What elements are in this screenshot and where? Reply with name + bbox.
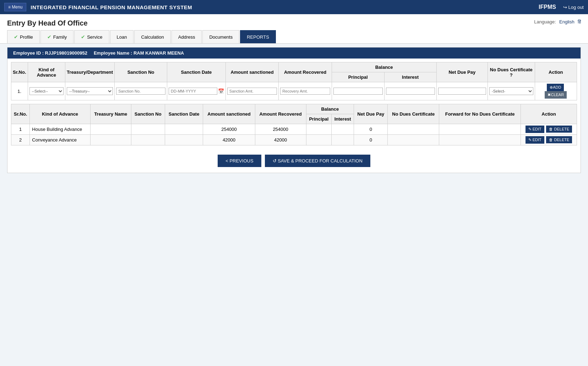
row-interest: [332, 124, 354, 135]
row-principal: [306, 124, 332, 135]
row-no-dues: [388, 135, 439, 145]
data-table: Sr.No. Kind of Advance Treasury Name San…: [11, 104, 577, 145]
col-sanction-date: Sanction Date: [167, 62, 226, 82]
col-kind-advance: Kind of Advance: [28, 62, 65, 82]
service-check-icon: ✔: [81, 34, 85, 40]
tab-reports[interactable]: REPORTS: [240, 30, 276, 43]
employee-name-label: Employee Name :: [94, 50, 132, 56]
family-check-icon: ✔: [47, 34, 51, 40]
form-action-cell: ⊕ADD ✖CLEAR: [535, 82, 577, 100]
row-net-due: 0: [354, 124, 388, 135]
form-net-due-cell: [436, 82, 488, 100]
data-col-srno: Sr.No.: [11, 104, 30, 124]
no-dues-select[interactable]: -Select-: [489, 87, 533, 95]
col-balance: Balance: [332, 62, 436, 72]
col-amount-recovered: Amount Recovered: [279, 62, 332, 82]
col-no-dues-cert: No Dues Certificate ?: [488, 62, 535, 82]
col-srno: Sr.No.: [11, 62, 28, 82]
row-amt-sanctioned: 254000: [203, 124, 255, 135]
tab-documents[interactable]: Documents: [202, 30, 239, 43]
language-selector: Language: English हिं: [534, 19, 581, 25]
page-title: Entry By Head Of Office: [7, 19, 88, 27]
tab-service[interactable]: ✔ Service: [74, 30, 109, 43]
content-area: Employee ID : RJJP198019000952 Employee …: [7, 47, 581, 173]
edit-button-1[interactable]: ✎ EDIT: [526, 126, 544, 133]
treasury-select[interactable]: --Treasury--: [67, 87, 113, 95]
net-due-input[interactable]: [438, 88, 486, 95]
sanction-date-input[interactable]: [169, 88, 217, 95]
tab-calculation[interactable]: Calculation: [134, 30, 170, 43]
data-col-principal: Principal: [306, 114, 332, 124]
save-proceed-button[interactable]: ↺ SAVE & PROCEED FOR CALCULATION: [265, 155, 370, 167]
calendar-icon[interactable]: 📅: [218, 88, 224, 94]
sanction-amt-input[interactable]: [227, 88, 277, 95]
main-content: Entry By Head Of Office Language: Englis…: [0, 14, 588, 366]
row-sr: 1: [11, 124, 30, 135]
tab-profile[interactable]: ✔ Profile: [7, 30, 40, 43]
employee-id-label: Employee ID :: [13, 50, 44, 56]
form-no-dues-cell: -Select-: [488, 82, 535, 100]
form-recovery-amt-cell: [279, 82, 332, 100]
row-treasury: [90, 124, 131, 135]
data-col-action: Action: [521, 104, 577, 124]
data-col-interest: Interest: [332, 114, 354, 124]
bottom-buttons: < PREVIOUS ↺ SAVE & PROCEED FOR CALCULAT…: [7, 149, 581, 173]
delete-button-1[interactable]: 🗑 DELETE: [546, 126, 572, 133]
edit-button-2[interactable]: ✎ EDIT: [526, 136, 544, 144]
tab-loan[interactable]: Loan: [110, 30, 134, 43]
row-kind: House Building Advance: [30, 124, 91, 135]
form-section: Sr.No. Kind of Advance Treasury/Departme…: [7, 59, 581, 149]
col-principal: Principal: [332, 72, 384, 82]
row-kind: Conveyance Advance: [30, 135, 91, 145]
form-input-row: 1. --Select-- --Treasury--: [11, 82, 577, 100]
principal-input[interactable]: [333, 88, 383, 95]
delete-button-2[interactable]: 🗑 DELETE: [546, 136, 572, 143]
table-row: 1 House Building Advance 254000 254000 0…: [11, 124, 577, 135]
tabs-bar: ✔ Profile ✔ Family ✔ Service Loan Calcul…: [0, 30, 588, 44]
form-principal-cell: [332, 82, 384, 100]
top-bar-right: IFPMS ↪ Log out: [539, 4, 584, 10]
lang-english-link[interactable]: English: [559, 19, 575, 24]
employee-id-value: RJJP198019000952: [45, 50, 87, 56]
data-col-treasury: Treasury Name: [90, 104, 131, 124]
row-sanction-date: [165, 135, 203, 145]
row-sanction-no: [131, 124, 165, 135]
col-interest: Interest: [384, 72, 436, 82]
col-net-due-pay: Net Due Pay: [436, 62, 488, 82]
row-forward: [439, 124, 521, 135]
col-treasury-dept: Treasury/Department: [65, 62, 115, 82]
kind-of-advance-select[interactable]: --Select--: [29, 87, 64, 95]
interest-input[interactable]: [386, 88, 435, 95]
form-interest-cell: [384, 82, 436, 100]
form-sanction-no-cell: [115, 82, 167, 100]
recovery-amt-input[interactable]: [280, 88, 330, 95]
row-action: ✎ EDIT 🗑 DELETE: [521, 135, 577, 145]
profile-check-icon: ✔: [14, 34, 18, 40]
data-col-balance: Balance: [306, 104, 354, 114]
table-row: 2 Conveyance Advance 42000 42000 0 ✎ EDI…: [11, 135, 577, 145]
employee-name-value: RAM KANWAR MEENA: [134, 50, 184, 56]
logout-button[interactable]: ↪ Log out: [563, 5, 584, 10]
row-principal: [306, 135, 332, 145]
sanction-no-input[interactable]: [116, 88, 165, 95]
data-col-no-dues-cert: No Dues Certificate: [388, 104, 439, 124]
row-interest: [332, 135, 354, 145]
row-amt-sanctioned: 42000: [203, 135, 255, 145]
data-col-amt-recovered: Amount Recovered: [255, 104, 306, 124]
tab-address[interactable]: Address: [172, 30, 202, 43]
data-col-sanction-no: Sanction No: [131, 104, 165, 124]
clear-button[interactable]: ✖CLEAR: [545, 91, 567, 99]
top-bar: ≡ Menu INTEGRATED FINANCIAL PENSION MANA…: [0, 0, 588, 14]
data-col-forward: Forward for No Dues Certificate: [439, 104, 521, 124]
employee-bar: Employee ID : RJJP198019000952 Employee …: [7, 48, 581, 59]
row-no-dues: [388, 124, 439, 135]
tab-family[interactable]: ✔ Family: [40, 30, 74, 43]
data-col-kind: Kind of Advance: [30, 104, 91, 124]
previous-button[interactable]: < PREVIOUS: [218, 155, 261, 167]
add-button[interactable]: ⊕ADD: [547, 84, 564, 91]
form-kind-cell: --Select--: [28, 82, 65, 100]
menu-button[interactable]: ≡ Menu: [4, 3, 26, 11]
lang-hindi-link[interactable]: हिं: [578, 19, 581, 24]
app-short-title: IFPMS: [539, 4, 556, 10]
row-sr: 2: [11, 135, 30, 145]
